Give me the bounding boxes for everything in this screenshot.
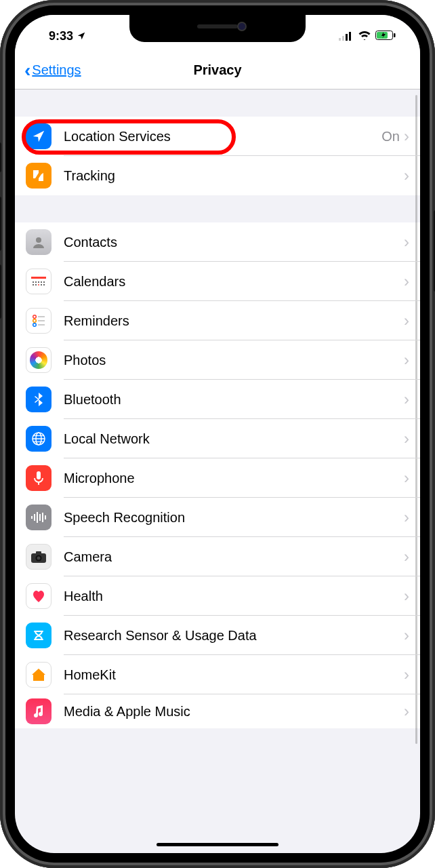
cellular-signal-icon [339, 31, 354, 41]
row-label: Photos [64, 353, 404, 368]
chevron-right-icon: › [404, 166, 409, 185]
svg-point-21 [33, 323, 37, 327]
volume-up [0, 197, 1, 251]
chevron-right-icon: › [404, 547, 409, 566]
row-label: Contacts [64, 235, 404, 250]
svg-point-15 [35, 284, 37, 285]
svg-point-16 [38, 284, 39, 285]
screen: 9:33 ‹ Settings Privacy [15, 15, 420, 853]
svg-point-14 [33, 284, 34, 285]
svg-rect-23 [38, 320, 45, 321]
chevron-right-icon: › [404, 311, 409, 330]
chevron-right-icon: › [404, 127, 409, 146]
svg-rect-6 [394, 33, 396, 37]
home-indicator[interactable] [157, 843, 278, 846]
row-local-network[interactable]: Local Network › [15, 419, 420, 458]
svg-point-11 [38, 281, 39, 283]
reminders-icon [26, 308, 51, 334]
globe-icon [26, 426, 51, 452]
row-speech-recognition[interactable]: Speech Recognition › [15, 498, 420, 537]
svg-point-12 [41, 281, 42, 283]
svg-rect-30 [37, 471, 41, 479]
heart-icon [26, 583, 51, 609]
row-label: Calendars [64, 274, 404, 290]
svg-point-13 [43, 281, 45, 283]
row-label: Camera [64, 549, 404, 565]
page-title: Privacy [193, 62, 241, 78]
row-label: Media & Apple Music [64, 704, 404, 719]
svg-point-18 [43, 284, 45, 285]
svg-rect-22 [38, 316, 45, 317]
home-icon [26, 662, 51, 688]
back-button[interactable]: ‹ Settings [24, 61, 81, 80]
chevron-right-icon: › [404, 665, 409, 684]
settings-group-2: Contacts › Calendars › Reminde [15, 222, 420, 728]
row-location-services[interactable]: Location Services On › [15, 117, 420, 156]
chevron-right-icon: › [404, 272, 409, 291]
row-photos[interactable]: Photos › [15, 340, 420, 380]
status-time: 9:33 [49, 29, 73, 43]
research-icon [26, 623, 51, 648]
row-health[interactable]: Health › [15, 576, 420, 616]
chevron-right-icon: › [404, 587, 409, 606]
svg-point-19 [33, 315, 37, 319]
row-label: HomeKit [64, 667, 404, 683]
svg-rect-1 [342, 36, 344, 41]
mic-icon [26, 465, 51, 491]
svg-point-10 [35, 281, 37, 283]
svg-point-40 [37, 557, 41, 560]
svg-rect-0 [339, 38, 341, 41]
svg-point-20 [33, 319, 37, 323]
device-frame: 9:33 ‹ Settings Privacy [0, 0, 435, 868]
row-research[interactable]: Research Sensor & Usage Data › [15, 616, 420, 655]
chevron-right-icon: › [404, 390, 409, 409]
music-icon [26, 698, 51, 724]
row-label: Research Sensor & Usage Data [64, 628, 404, 644]
waveform-icon [26, 505, 51, 530]
calendar-icon [26, 269, 51, 294]
row-value: On [381, 129, 400, 144]
contacts-icon [26, 229, 51, 255]
scroll-area[interactable]: Location Services On › Tracking › [15, 90, 420, 853]
row-homekit[interactable]: HomeKit › [15, 655, 420, 694]
row-calendars[interactable]: Calendars › [15, 262, 420, 301]
nav-header: ‹ Settings Privacy [15, 52, 420, 90]
row-label: Reminders [64, 313, 404, 329]
bluetooth-icon [26, 387, 51, 412]
svg-point-9 [33, 281, 34, 283]
chevron-right-icon: › [404, 429, 409, 448]
camera-icon [26, 544, 51, 570]
tracking-icon [26, 163, 51, 189]
photos-icon [26, 347, 51, 373]
svg-rect-24 [38, 324, 45, 326]
volume-down [0, 264, 1, 319]
svg-rect-8 [31, 277, 46, 279]
row-label: Local Network [64, 431, 404, 447]
row-label: Microphone [64, 471, 404, 486]
row-reminders[interactable]: Reminders › [15, 301, 420, 340]
notch [129, 15, 306, 42]
battery-icon [375, 29, 396, 43]
chevron-right-icon: › [404, 626, 409, 645]
row-label: Bluetooth [64, 392, 404, 408]
row-label: Speech Recognition [64, 510, 404, 526]
chevron-right-icon: › [404, 702, 409, 721]
mute-switch [0, 142, 1, 172]
location-arrow-icon [77, 31, 86, 41]
row-camera[interactable]: Camera › [15, 537, 420, 576]
row-tracking[interactable]: Tracking › [15, 156, 420, 195]
row-microphone[interactable]: Microphone › [15, 458, 420, 498]
chevron-right-icon: › [404, 233, 409, 252]
row-bluetooth[interactable]: Bluetooth › [15, 380, 420, 419]
svg-rect-2 [346, 34, 348, 41]
location-arrow-icon [26, 123, 51, 149]
row-media-apple-music[interactable]: Media & Apple Music › [15, 694, 420, 728]
svg-rect-41 [36, 551, 41, 554]
row-label: Location Services [64, 129, 381, 144]
svg-point-7 [36, 237, 41, 243]
chevron-left-icon: ‹ [24, 61, 30, 80]
back-label: Settings [32, 62, 81, 78]
chevron-right-icon: › [404, 351, 409, 370]
row-label: Health [64, 589, 404, 604]
row-contacts[interactable]: Contacts › [15, 222, 420, 262]
